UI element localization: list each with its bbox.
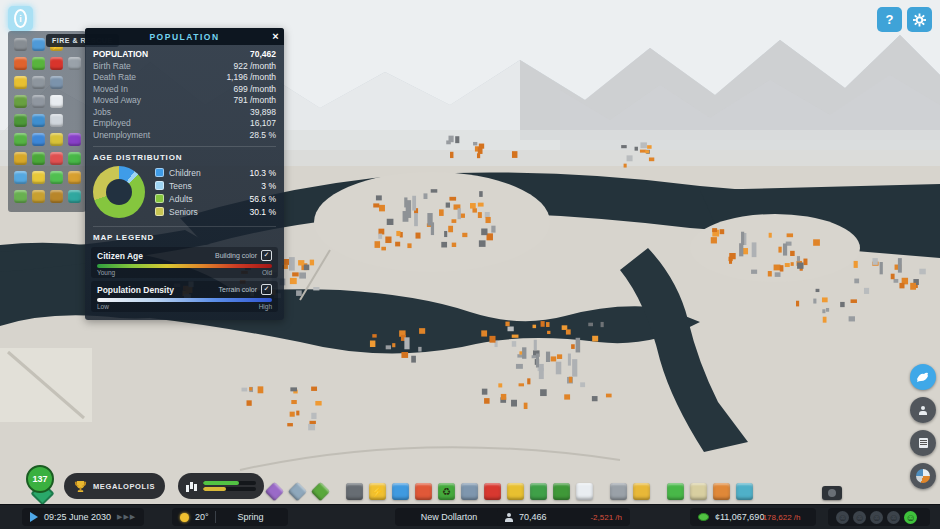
weather-infoview-icon[interactable] <box>14 171 27 184</box>
happiness-pill[interactable]: ☺☺☺☺☺ <box>828 508 930 526</box>
zoning-map-infoview-icon[interactable] <box>50 133 63 146</box>
happiness-active-face-icon[interactable]: ☺ <box>904 511 917 524</box>
xp-progress-yellow <box>203 487 256 491</box>
speed-control[interactable]: ▶▶▶ <box>117 513 136 521</box>
chirper-button[interactable] <box>910 364 936 390</box>
stat-label: Moved Away <box>93 95 141 107</box>
police-icon[interactable] <box>507 483 524 500</box>
parks-infoview-icon[interactable] <box>14 114 27 127</box>
legend-value: 30.1 % <box>250 207 276 217</box>
landvalue-infoview-icon[interactable] <box>68 171 81 184</box>
level-badge[interactable]: 137 <box>26 465 54 493</box>
garbage-infoview-icon[interactable] <box>32 57 45 70</box>
stat-value: 70,462 <box>250 49 276 61</box>
journal-button[interactable] <box>910 430 936 456</box>
economy-infoview-icon[interactable] <box>68 152 81 165</box>
pollution-infoview-icon[interactable] <box>32 190 45 203</box>
stat-label: Unemployment <box>93 130 150 142</box>
happiness-infoview-icon[interactable] <box>32 171 45 184</box>
happiness-face-icon[interactable]: ☺ <box>836 511 849 524</box>
communications-infoview-icon[interactable] <box>50 95 63 108</box>
economy-icon[interactable] <box>667 483 684 500</box>
communications-icon[interactable] <box>576 483 593 500</box>
money-infoview-icon[interactable] <box>50 171 63 184</box>
gradient-max-label: High <box>259 303 272 310</box>
water-sewage-icon[interactable] <box>392 483 409 500</box>
parks-recreation-icon[interactable] <box>553 483 570 500</box>
population-pill[interactable]: 70,466 -2,521 /h <box>497 508 630 526</box>
fire-rescue-icon[interactable] <box>484 483 501 500</box>
happiness-faces: ☺☺☺☺☺ <box>836 511 917 524</box>
happiness-face-icon[interactable]: ☺ <box>870 511 883 524</box>
toolbar-group <box>610 483 650 500</box>
cargo-infoview-icon[interactable] <box>32 114 45 127</box>
stat-label: Jobs <box>93 107 111 119</box>
education-icon[interactable] <box>461 483 478 500</box>
money-change: -178,622 /h <box>760 513 800 522</box>
photo-mode-icon[interactable] <box>822 486 842 500</box>
stat-label: Death Rate <box>93 72 136 84</box>
money-icon <box>698 513 709 521</box>
transportation-icon[interactable] <box>530 483 547 500</box>
population-count: 70,466 <box>519 512 547 522</box>
checkbox[interactable]: ✓ <box>261 250 272 261</box>
roads-icon[interactable] <box>346 483 363 500</box>
map-overview-button[interactable] <box>910 463 936 489</box>
age-legend-item: Children10.3 % <box>155 168 276 178</box>
stat-row: POPULATION70,462 <box>93 49 276 61</box>
city-information-icon[interactable] <box>736 483 753 500</box>
zones-icon[interactable] <box>265 482 284 501</box>
weather-season: 20° Spring <box>172 508 288 526</box>
city-name: New Dollarton <box>421 512 478 522</box>
connections-infoview-icon[interactable] <box>50 114 63 127</box>
stat-value: 39,898 <box>250 107 276 119</box>
statistics-infoview-icon[interactable] <box>50 152 63 165</box>
legend-swatch <box>155 168 164 177</box>
coins-infoview-icon[interactable] <box>50 190 63 203</box>
help-button[interactable]: ? <box>877 7 902 32</box>
map-journal-icon[interactable] <box>690 483 707 500</box>
settings-button[interactable] <box>907 7 932 32</box>
water-map-infoview-icon[interactable] <box>32 133 45 146</box>
residential-infoview-icon[interactable] <box>14 152 27 165</box>
statistics-icon[interactable] <box>713 483 730 500</box>
traffic-infoview-icon[interactable] <box>32 95 45 108</box>
workplaces-infoview-icon[interactable] <box>14 95 27 108</box>
terraforming-icon[interactable] <box>610 483 627 500</box>
electricity-icon[interactable]: ⚡ <box>369 483 386 500</box>
trophy-icon <box>74 480 87 493</box>
stat-value: 1,196 /month <box>226 72 276 84</box>
landscaping-icon[interactable] <box>311 482 330 501</box>
resources-infoview-icon[interactable] <box>68 133 81 146</box>
milestone-pill[interactable]: MEGALOPOLIS <box>64 473 165 499</box>
play-button[interactable] <box>30 512 38 522</box>
happiness-face-icon[interactable]: ☺ <box>853 511 866 524</box>
divider <box>93 146 276 147</box>
maintenance-infoview-icon[interactable] <box>68 57 81 70</box>
tourism-infoview-icon[interactable] <box>68 190 81 203</box>
routes-infoview-icon[interactable] <box>32 76 45 89</box>
terrain-height-infoview-icon[interactable] <box>14 190 27 203</box>
population-panel: POPULATION × POPULATION70,462Birth Rate9… <box>85 28 284 320</box>
health-deathcare-icon[interactable] <box>415 483 432 500</box>
city-name-pill[interactable]: New Dollarton <box>395 508 503 526</box>
fire-infoview-icon[interactable] <box>50 57 63 70</box>
close-icon[interactable]: × <box>267 28 284 45</box>
police-infoview-icon[interactable] <box>14 76 27 89</box>
checkbox[interactable]: ✓ <box>261 284 272 295</box>
healthcare-infoview-icon[interactable] <box>14 57 27 70</box>
garbage-icon[interactable]: ♻ <box>438 483 455 500</box>
follow-citizen-button[interactable] <box>910 397 936 423</box>
stat-row: Unemployment28.5 % <box>93 130 276 142</box>
nature-infoview-icon[interactable] <box>32 152 45 165</box>
education-infoview-icon[interactable] <box>50 76 63 89</box>
roads-infoview-icon[interactable] <box>14 38 27 51</box>
billboard-infoview-icon[interactable] <box>32 38 45 51</box>
xp-pill[interactable] <box>178 473 264 499</box>
districts-icon[interactable] <box>288 482 307 501</box>
person-icon <box>919 406 927 415</box>
terrain-infoview-icon[interactable] <box>14 133 27 146</box>
bulldozer-icon[interactable] <box>633 483 650 500</box>
info-views-button[interactable]: i <box>8 6 33 31</box>
happiness-face-icon[interactable]: ☺ <box>887 511 900 524</box>
